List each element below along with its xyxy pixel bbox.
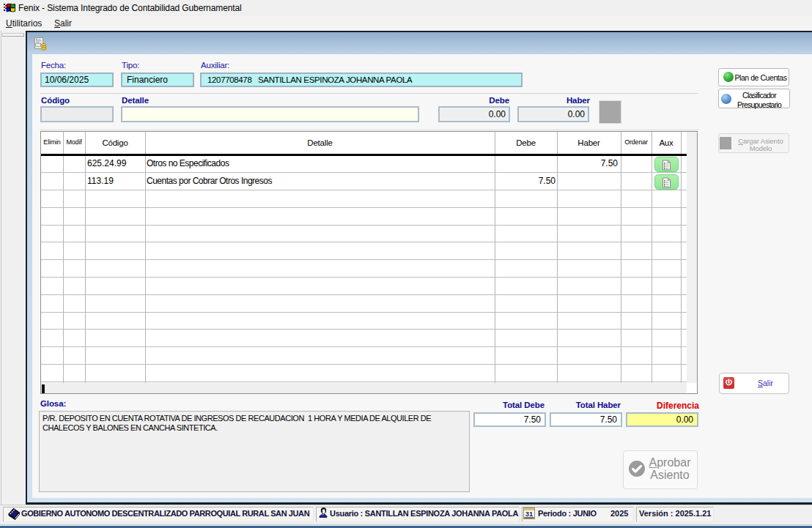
svg-text:31: 31	[525, 510, 534, 518]
